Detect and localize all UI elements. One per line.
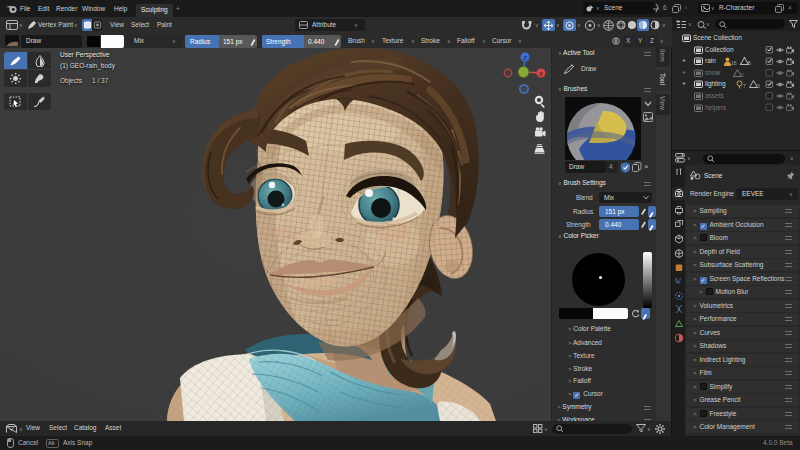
svg-text:Z: Z [523,55,527,61]
svg-text:X: X [539,71,543,77]
